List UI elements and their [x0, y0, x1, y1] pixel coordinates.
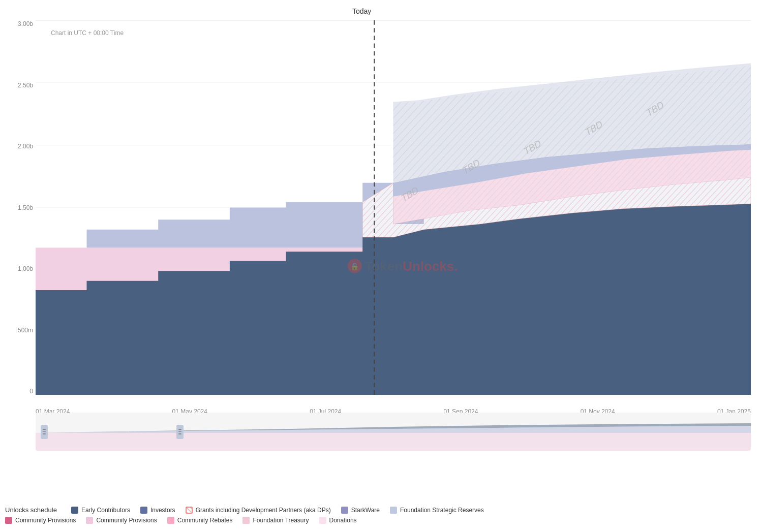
legend-box-foundation-treasury [242, 517, 250, 524]
legend-label-foundation-strategic: Foundation Strategic Reserves [400, 507, 484, 514]
y-label-2b: 2.00b [18, 143, 33, 150]
legend-item-community-provisions-light: Community Provisions [86, 517, 157, 524]
legend-label-investors: Investors [150, 507, 175, 514]
y-label-1b: 1.00b [18, 265, 33, 272]
chart-container: 0 500m 1.00b 1.50b 2.00b 2.50b 3.00b [0, 0, 761, 532]
legend-box-investors [140, 507, 147, 514]
legend-box-community-provisions-dark [5, 517, 12, 524]
legend-item-grants: Grants including Development Partners (a… [186, 507, 331, 514]
legend-box-donations [319, 517, 326, 524]
legend-box-foundation-strategic [390, 507, 397, 514]
legend-box-community-rebates [167, 517, 174, 524]
legend-box-grants [186, 507, 193, 514]
main-chart-svg: TBD TBD TBD TBD TBD [36, 20, 751, 395]
legend-item-community-provisions-dark: Community Provisions [5, 517, 76, 524]
today-label: Today [352, 7, 371, 15]
svg-marker-9 [36, 433, 751, 451]
legend-label-early-contributors: Early Contributors [81, 507, 130, 514]
legend-item-foundation-strategic: Foundation Strategic Reserves [390, 507, 484, 514]
y-label-1-5b: 1.50b [18, 204, 33, 211]
legend-item-starkware: StarkWare [341, 507, 380, 514]
scrollbar-handle-right[interactable] [176, 425, 184, 439]
legend-box-early-contributors [71, 507, 78, 514]
legend-area: Unlocks schedule Early Contributors Inve… [5, 506, 756, 527]
legend-label-foundation-treasury: Foundation Treasury [253, 517, 309, 524]
legend-box-starkware [341, 507, 348, 514]
y-label-0: 0 [29, 388, 33, 395]
legend-label-community-provisions-dark: Community Provisions [15, 517, 76, 524]
y-label-2-5b: 2.50b [18, 82, 33, 89]
y-label-3b: 3.00b [18, 20, 33, 27]
legend-row-2: Community Provisions Community Provision… [5, 517, 756, 524]
legend-label-community-rebates: Community Rebates [177, 517, 233, 524]
scrollbar-handle-left[interactable] [41, 425, 48, 439]
legend-label-grants: Grants including Development Partners (a… [196, 507, 331, 514]
y-axis: 0 500m 1.00b 1.50b 2.00b 2.50b 3.00b [5, 20, 33, 395]
legend-item-early-contributors: Early Contributors [71, 507, 130, 514]
chart-subtitle: Chart in UTC + 00:00 Time [51, 29, 124, 37]
legend-row-1: Unlocks schedule Early Contributors Inve… [5, 506, 756, 514]
legend-box-community-provisions-light [86, 517, 93, 524]
legend-title: Unlocks schedule [5, 506, 57, 514]
legend-item-community-rebates: Community Rebates [167, 517, 233, 524]
legend-label-starkware: StarkWare [351, 507, 380, 514]
y-label-500m: 500m [18, 327, 33, 334]
legend-item-foundation-treasury: Foundation Treasury [242, 517, 309, 524]
legend-label-donations: Donations [329, 517, 357, 524]
legend-item-donations: Donations [319, 517, 357, 524]
legend-label-community-provisions-light: Community Provisions [96, 517, 157, 524]
legend-item-investors: Investors [140, 507, 175, 514]
scrollbar-area[interactable] [36, 413, 751, 451]
